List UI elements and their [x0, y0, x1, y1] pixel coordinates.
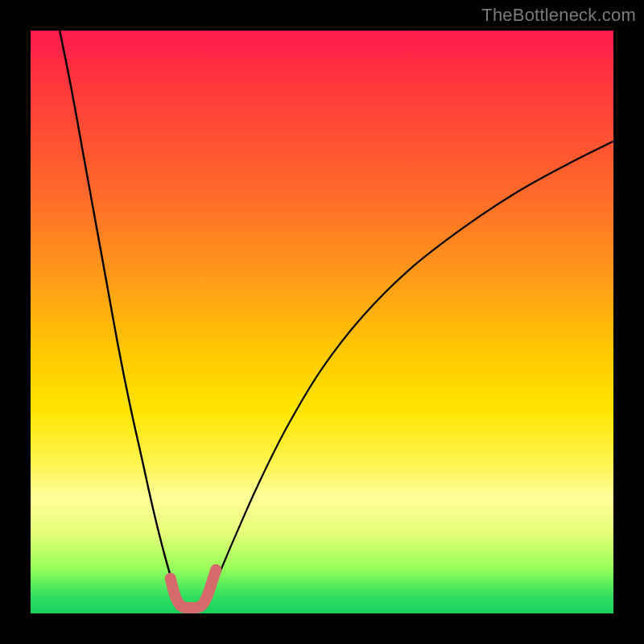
plot-area — [31, 31, 613, 613]
right-curve — [205, 142, 613, 602]
watermark-text: TheBottleneck.com — [481, 5, 636, 26]
chart-frame: TheBottleneck.com — [0, 0, 644, 644]
left-curve — [60, 31, 182, 602]
valley-highlight — [171, 570, 216, 608]
curve-layer — [31, 31, 613, 613]
